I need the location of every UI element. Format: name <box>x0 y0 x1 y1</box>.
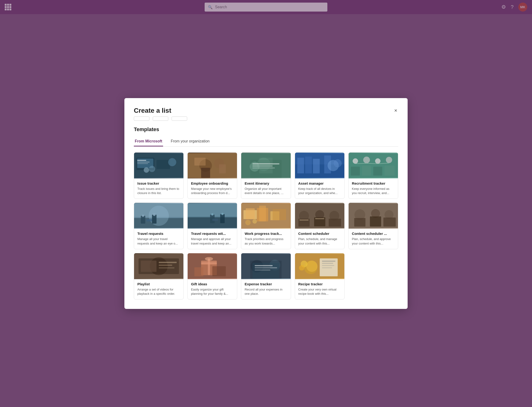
template-desc-travel-requests-with: Manage and approve all your travel reque… <box>191 237 234 245</box>
svg-rect-15 <box>194 158 206 165</box>
template-body-content-scheduler-2: Content scheduler ...Plan, schedule, and… <box>349 229 398 249</box>
template-image-travel-requests-with <box>188 203 237 229</box>
svg-rect-42 <box>362 165 371 176</box>
template-title-event-itinerary: Event itinerary <box>244 181 287 185</box>
tab-bar: From Microsoft From your organization <box>134 137 398 147</box>
template-card-employee-onboarding[interactable]: Employee onboardingManage your new emplo… <box>187 152 237 199</box>
svg-rect-110 <box>255 270 270 270</box>
template-title-issue-tracker: Issue tracker <box>137 181 180 185</box>
svg-point-36 <box>375 158 380 164</box>
svg-rect-94 <box>159 267 175 268</box>
tab-from-organization[interactable]: From your organization <box>170 137 210 146</box>
template-title-expense-tracker: Expense tracker <box>244 282 287 286</box>
template-image-playlist <box>134 253 183 279</box>
templates-section-title: Templates <box>134 126 398 133</box>
template-card-issue-tracker[interactable]: Issue trackerTrack issues and bring them… <box>134 152 184 199</box>
template-card-asset-manager[interactable]: Asset managerKeep track of all devices i… <box>295 152 345 199</box>
close-button[interactable]: × <box>393 107 398 115</box>
svg-rect-50 <box>142 215 144 217</box>
template-image-work-progress-track <box>241 203 290 229</box>
svg-point-34 <box>353 158 358 164</box>
svg-rect-118 <box>322 267 332 268</box>
template-card-content-scheduler[interactable]: Content schedulerPlan, schedule, and man… <box>295 203 345 249</box>
template-title-work-progress-track: Work progress track... <box>244 232 287 235</box>
svg-rect-28 <box>305 157 312 173</box>
template-desc-work-progress-track: Track priorities and progress as you wor… <box>244 237 287 245</box>
svg-rect-60 <box>221 213 224 215</box>
svg-point-32 <box>333 159 341 167</box>
svg-rect-3 <box>156 160 170 169</box>
svg-rect-66 <box>259 206 266 222</box>
template-card-content-scheduler-2[interactable]: Content scheduler ...Plan, schedule, and… <box>348 203 398 249</box>
template-desc-travel-requests: Manage all your travel requests and keep… <box>137 237 180 245</box>
svg-rect-64 <box>246 208 255 219</box>
template-grid: Issue trackerTrack issues and bring them… <box>134 152 398 299</box>
template-image-employee-onboarding <box>188 153 237 179</box>
template-title-travel-requests-with: Travel requests wit... <box>191 232 234 235</box>
svg-rect-6 <box>137 162 149 163</box>
svg-rect-51 <box>152 215 156 224</box>
tab-pill-3[interactable] <box>172 117 187 121</box>
template-card-event-itinerary[interactable]: Event itineraryOrganize all your importa… <box>241 152 291 199</box>
svg-rect-109 <box>255 267 277 268</box>
svg-rect-58 <box>211 213 214 216</box>
template-title-gift-ideas: Gift ideas <box>191 282 234 286</box>
template-card-work-progress-track[interactable]: Work progress track...Track priorities a… <box>241 203 291 249</box>
svg-rect-27 <box>297 158 304 173</box>
template-title-asset-manager: Asset manager <box>298 181 341 185</box>
template-body-travel-requests: Travel requestsManage all your travel re… <box>134 229 183 249</box>
svg-rect-29 <box>313 159 320 173</box>
template-card-travel-requests-with[interactable]: Travel requests wit...Manage and approve… <box>187 203 237 249</box>
template-title-recruitment-tracker: Recruitment tracker <box>352 181 395 185</box>
template-card-recipe-tracker[interactable]: Recipe trackerCreate your very own virtu… <box>295 253 345 299</box>
template-title-recipe-tracker: Recipe tracker <box>298 282 341 286</box>
svg-rect-14 <box>201 168 210 178</box>
modal-overlay: Create a list × Templates From Microsoft… <box>0 0 532 407</box>
template-card-recruitment-tracker[interactable]: Recruitment trackerKeep everyone informe… <box>348 152 398 199</box>
template-image-gift-ideas <box>188 253 237 279</box>
template-body-gift-ideas: Gift ideasEasily organize your gift plan… <box>188 279 237 299</box>
template-desc-recruitment-tracker: Keep everyone informed as you recruit, i… <box>352 187 395 195</box>
svg-rect-52 <box>153 213 155 216</box>
svg-rect-79 <box>315 218 324 219</box>
svg-rect-92 <box>159 262 177 263</box>
template-title-content-scheduler-2: Content scheduler ... <box>352 232 395 235</box>
svg-rect-77 <box>329 219 341 227</box>
svg-rect-41 <box>351 167 360 176</box>
template-desc-gift-ideas: Easily organize your gift planning for y… <box>191 288 234 296</box>
modal-header: Create a list × <box>134 107 398 115</box>
template-body-recipe-tracker: Recipe trackerCreate your very own virtu… <box>295 279 344 299</box>
tab-pill-2[interactable] <box>153 117 168 121</box>
svg-point-9 <box>149 166 155 172</box>
svg-rect-85 <box>370 217 381 227</box>
template-body-event-itinerary: Event itineraryOrganize all your importa… <box>241 179 290 199</box>
template-card-playlist[interactable]: PlaylistArrange a set of videos for play… <box>134 253 184 299</box>
template-title-employee-onboarding: Employee onboarding <box>191 181 234 185</box>
svg-rect-24 <box>253 167 275 168</box>
template-title-travel-requests: Travel requests <box>137 232 180 235</box>
template-card-expense-tracker[interactable]: Expense trackerRecord all your expenses … <box>241 253 291 299</box>
template-image-content-scheduler <box>295 203 344 229</box>
modal-tabs-pills-row <box>134 117 398 121</box>
svg-rect-108 <box>255 265 273 266</box>
tab-pill-1[interactable] <box>134 117 149 121</box>
svg-rect-53 <box>146 219 152 222</box>
create-list-modal: Create a list × Templates From Microsoft… <box>124 98 408 309</box>
template-body-content-scheduler: Content schedulerPlan, schedule, and man… <box>295 229 344 249</box>
svg-rect-59 <box>220 214 225 223</box>
template-title-content-scheduler: Content scheduler <box>298 232 341 235</box>
template-image-travel-requests <box>134 203 183 229</box>
modal-title: Create a list <box>134 107 171 114</box>
template-card-travel-requests[interactable]: Travel requestsManage all your travel re… <box>134 203 184 249</box>
template-card-gift-ideas[interactable]: Gift ideasEasily organize your gift plan… <box>187 253 237 299</box>
svg-rect-115 <box>322 261 335 262</box>
svg-point-70 <box>253 219 257 224</box>
svg-rect-91 <box>141 261 157 272</box>
template-image-issue-tracker <box>134 153 183 179</box>
svg-rect-49 <box>141 216 145 224</box>
template-desc-asset-manager: Keep track of all devices in your organi… <box>298 187 341 195</box>
template-desc-issue-tracker: Track issues and bring them to closure i… <box>137 187 180 195</box>
template-title-playlist: Playlist <box>137 282 180 286</box>
svg-rect-116 <box>322 263 333 264</box>
tab-from-microsoft[interactable]: From Microsoft <box>134 137 163 146</box>
